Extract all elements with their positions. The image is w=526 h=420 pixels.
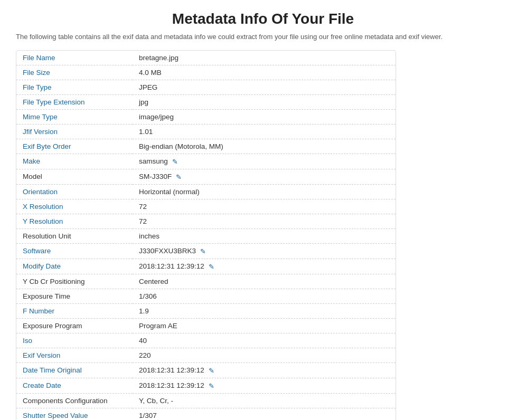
metadata-table-container: File Namebretagne.jpgFile Size4.0 MBFile… <box>16 50 396 420</box>
row-value: bretagne.jpg <box>133 51 396 65</box>
edit-icon[interactable]: ✎ <box>172 158 178 166</box>
row-label: Modify Date <box>16 259 133 274</box>
row-value: 2018:12:31 12:39:12✎ <box>133 259 396 274</box>
table-row: Y Cb Cr PositioningCentered <box>16 274 396 289</box>
row-value: jpg <box>133 95 396 110</box>
row-label: Date Time Original <box>16 362 133 378</box>
row-label: X Resolution <box>16 199 133 214</box>
metadata-table: File Namebretagne.jpgFile Size4.0 MBFile… <box>16 51 396 420</box>
row-label: Components Configuration <box>16 393 133 408</box>
table-row: F Number1.9 <box>16 303 396 318</box>
row-label: File Type <box>16 80 133 95</box>
row-value: 1.9 <box>133 303 396 318</box>
table-row: File Namebretagne.jpg <box>16 51 396 65</box>
row-label: Create Date <box>16 378 133 393</box>
row-value: image/jpeg <box>133 110 396 125</box>
row-value: Program AE <box>133 318 396 333</box>
row-label: Iso <box>16 333 133 348</box>
table-row: Exif Version220 <box>16 348 396 362</box>
table-row: Mime Typeimage/jpeg <box>16 110 396 125</box>
row-value: 1/306 <box>133 289 396 303</box>
table-row: Components ConfigurationY, Cb, Cr, - <box>16 393 396 408</box>
row-value: SM-J330F✎ <box>133 169 396 184</box>
edit-icon[interactable]: ✎ <box>200 247 206 255</box>
row-value: Centered <box>133 274 396 289</box>
row-label: Exposure Time <box>16 289 133 303</box>
table-row: Y Resolution72 <box>16 214 396 228</box>
table-row: Create Date2018:12:31 12:39:12✎ <box>16 378 396 393</box>
table-row: SoftwareJ330FXXU3BRK3✎ <box>16 243 396 259</box>
row-value: 2018:12:31 12:39:12✎ <box>133 362 396 378</box>
table-row: File Type Extensionjpg <box>16 95 396 110</box>
row-value: 2018:12:31 12:39:12✎ <box>133 378 396 393</box>
row-label: Y Resolution <box>16 214 133 228</box>
row-value: 1.01 <box>133 125 396 139</box>
row-value: 72 <box>133 214 396 228</box>
table-row: Makesamsung✎ <box>16 154 396 169</box>
row-value: 4.0 MB <box>133 65 396 80</box>
row-value: Y, Cb, Cr, - <box>133 393 396 408</box>
row-value: samsung✎ <box>133 154 396 169</box>
row-value: 1/307 <box>133 408 396 420</box>
table-row: OrientationHorizontal (normal) <box>16 184 396 199</box>
row-label: Shutter Speed Value <box>16 408 133 420</box>
row-label: Software <box>16 243 133 259</box>
row-value: Big-endian (Motorola, MM) <box>133 139 396 154</box>
row-label: F Number <box>16 303 133 318</box>
page-title: Metadata Info Of Your File <box>16 11 510 27</box>
row-label: File Size <box>16 65 133 80</box>
table-row: Exif Byte OrderBig-endian (Motorola, MM) <box>16 139 396 154</box>
row-value: J330FXXU3BRK3✎ <box>133 243 396 259</box>
row-label: Resolution Unit <box>16 228 133 243</box>
page-subtitle: The following table contains all the exi… <box>16 33 510 41</box>
row-label: File Name <box>16 51 133 65</box>
row-label: Model <box>16 169 133 184</box>
row-value: Horizontal (normal) <box>133 184 396 199</box>
table-row: Shutter Speed Value1/307 <box>16 408 396 420</box>
row-value: 72 <box>133 199 396 214</box>
edit-icon[interactable]: ✎ <box>209 263 214 271</box>
table-row: Date Time Original2018:12:31 12:39:12✎ <box>16 362 396 378</box>
row-value: 40 <box>133 333 396 348</box>
table-row: Exposure ProgramProgram AE <box>16 318 396 333</box>
row-value: inches <box>133 228 396 243</box>
row-label: File Type Extension <box>16 95 133 110</box>
row-value: JPEG <box>133 80 396 95</box>
table-row: File Size4.0 MB <box>16 65 396 80</box>
table-row: ModelSM-J330F✎ <box>16 169 396 184</box>
table-row: Iso40 <box>16 333 396 348</box>
row-label: Orientation <box>16 184 133 199</box>
edit-icon[interactable]: ✎ <box>176 173 182 181</box>
row-label: Exif Version <box>16 348 133 362</box>
row-label: Make <box>16 154 133 169</box>
row-label: Exposure Program <box>16 318 133 333</box>
table-row: Modify Date2018:12:31 12:39:12✎ <box>16 259 396 274</box>
row-value: 220 <box>133 348 396 362</box>
table-row: File TypeJPEG <box>16 80 396 95</box>
edit-icon[interactable]: ✎ <box>209 382 214 390</box>
row-label: Jfif Version <box>16 125 133 139</box>
table-row: X Resolution72 <box>16 199 396 214</box>
edit-icon[interactable]: ✎ <box>209 367 214 375</box>
table-row: Exposure Time1/306 <box>16 289 396 303</box>
table-row: Jfif Version1.01 <box>16 125 396 139</box>
row-label: Y Cb Cr Positioning <box>16 274 133 289</box>
row-label: Exif Byte Order <box>16 139 133 154</box>
table-row: Resolution Unitinches <box>16 228 396 243</box>
row-label: Mime Type <box>16 110 133 125</box>
